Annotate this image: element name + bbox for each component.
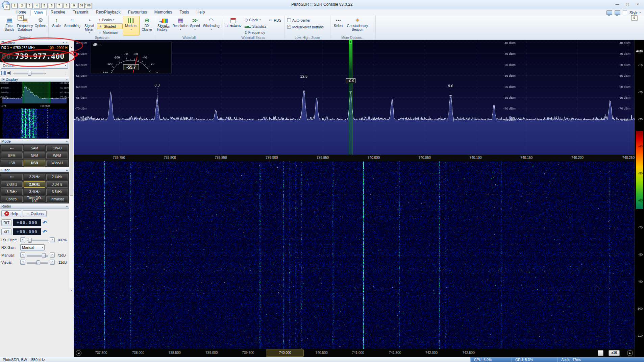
waterfall-panel[interactable]: [74, 161, 635, 349]
tab-memories[interactable]: Memories: [151, 9, 176, 16]
filter-button-tune-qo-100[interactable]: Tune QO-100: [24, 196, 45, 202]
filter-button-2-6khz[interactable]: 2.6kHz: [1, 181, 23, 188]
options-button[interactable]: ⚙ Options: [33, 16, 48, 35]
mouse-over-buttons-checkbox[interactable]: ✓ Mouse-over buttons: [286, 24, 328, 30]
manual-gain-decrease-button[interactable]: <: [20, 252, 25, 258]
document-icon[interactable]: [623, 10, 627, 15]
rx-selector-bar[interactable]: RX 1 ▼ 9750.252 MHz 100 - 2900 H: [0, 45, 69, 50]
filter-button-3-4khz[interactable]: 3.4kHz: [24, 189, 45, 195]
monitor-icon-2[interactable]: [615, 10, 620, 15]
style-menu[interactable]: Style ▾: [629, 10, 641, 15]
visual-gain-slider[interactable]: [27, 260, 48, 265]
scrollbar-down-icon[interactable]: ▼: [69, 288, 74, 292]
receive-close-icon[interactable]: ×: [66, 41, 68, 44]
manual-gain-slider[interactable]: [27, 253, 48, 258]
volume-slider[interactable]: [14, 71, 46, 75]
mode-button-lsb[interactable]: LSB: [1, 160, 23, 166]
colour-button[interactable]: Colour ▾: [157, 16, 173, 35]
mode-button-wide-u[interactable]: Wide-U: [46, 160, 68, 166]
filter-button-2-4khz[interactable]: 2.4kHz: [46, 174, 68, 180]
marker-label[interactable]: 12.5: [300, 74, 307, 78]
timestamp-button[interactable]: Timestamp: [223, 16, 243, 35]
maximize-button-icon[interactable]: ▢: [622, 0, 633, 8]
filter-button-more[interactable]: •••: [1, 174, 23, 180]
mode-collapse-icon[interactable]: ▴: [66, 140, 68, 143]
xit-value-field[interactable]: +00.000: [13, 228, 41, 235]
radio-collapse-icon[interactable]: ▴: [66, 204, 68, 208]
receive-panel-header[interactable]: Receive ▾ ×: [0, 40, 69, 45]
rx-dropdown-icon[interactable]: ▼: [10, 47, 12, 49]
windowing-button[interactable]: ◠ Windowing ▾: [202, 16, 221, 35]
marker-label[interactable]: 8.3: [154, 83, 159, 87]
if-waterfall-canvas[interactable]: [2, 108, 67, 138]
radio-help-button[interactable]: Help: [1, 210, 21, 217]
xit-reset-icon[interactable]: ↶: [43, 229, 47, 235]
waterfall-canvas[interactable]: [74, 161, 635, 349]
tab-receive[interactable]: Receive: [47, 9, 69, 16]
scroll-right-button[interactable]: ▶: [627, 350, 633, 356]
filter-button-2-8khz[interactable]: 2.8kHz: [24, 181, 45, 188]
radio-options-button[interactable]: ••• Options: [23, 210, 47, 217]
mode-panel-header[interactable]: Mode ▴: [0, 139, 69, 144]
if-passband[interactable]: [22, 82, 50, 103]
mode-button-wfm[interactable]: WFM: [46, 152, 68, 159]
tab-favourites[interactable]: Favourites: [125, 9, 150, 16]
waterfall-page-button[interactable]: [598, 350, 603, 356]
close-button-icon[interactable]: ×: [633, 0, 643, 8]
rx-filter-decrease-button[interactable]: <: [20, 237, 25, 242]
waterfall-palette-gradient[interactable]: [636, 131, 643, 209]
mode-button-sam[interactable]: SAM: [24, 145, 45, 151]
if-display-collapse-icon[interactable]: ▴: [66, 78, 68, 81]
mode-button-more[interactable]: •••: [1, 145, 23, 151]
speaker-icon[interactable]: [7, 71, 12, 75]
tab-tools[interactable]: Tools: [176, 9, 193, 16]
extra-bands-button[interactable]: ▦ Extra Bands: [2, 16, 17, 35]
smoothing-button[interactable]: ≈ Smoothing: [63, 16, 81, 35]
if-display-panel-header[interactable]: IF Display ▴: [0, 77, 69, 82]
filter-panel-header[interactable]: Filter ▴: [0, 167, 69, 172]
geostationary-beacon-button[interactable]: ✦ Geostationary Beacon: [346, 16, 369, 35]
xit-button[interactable]: XIT: [1, 228, 11, 235]
markers-button[interactable]: Markers ▾: [123, 16, 140, 35]
mode-button-bfm[interactable]: BFM: [1, 152, 23, 159]
waterfall-zoom-button[interactable]: x10: [609, 350, 620, 356]
minimize-button-icon[interactable]: —: [612, 0, 622, 8]
rx-gain-select[interactable]: Manual ▾: [20, 244, 45, 250]
rds-button[interactable]: ▭ RDS: [267, 17, 282, 23]
monitor-icon[interactable]: [606, 10, 612, 15]
mode-button-nfm[interactable]: NFM: [24, 152, 45, 159]
if-waterfall[interactable]: [0, 108, 69, 139]
sidebar-scrollbar[interactable]: ▲ ▼: [69, 45, 74, 292]
filter-button-2-2khz[interactable]: 2.2kHz: [24, 174, 45, 180]
marker-label[interactable]: 10.9: [346, 78, 355, 83]
rit-value-field[interactable]: +00.000: [13, 219, 41, 226]
rit-reset-icon[interactable]: ↶: [43, 220, 47, 226]
filter-button-control[interactable]: Control: [1, 196, 23, 202]
maximum-button[interactable]: ∩ Maximum: [97, 29, 123, 35]
signal-meter-button[interactable]: ◔ Signal Meter ▾: [81, 16, 97, 35]
preset-select[interactable]: Default ▾: [1, 63, 68, 69]
rit-button[interactable]: RIT: [1, 219, 11, 226]
scrollbar-thumb[interactable]: [70, 50, 73, 196]
visual-gain-decrease-button[interactable]: <: [20, 260, 25, 265]
levels-icon[interactable]: [1, 71, 6, 75]
clock-button[interactable]: ◷ Clock ▾: [243, 17, 267, 23]
manual-gain-increase-button[interactable]: >: [50, 252, 55, 258]
spectrum-frequency-axis[interactable]: 739.750739.800739.850739.900739.950740.0…: [74, 154, 635, 161]
auto-center-checkbox[interactable]: Auto center: [286, 17, 328, 23]
filter-button-3-2khz[interactable]: 3.2kHz: [1, 189, 23, 195]
tab-home[interactable]: Home: [12, 9, 30, 16]
marker-label[interactable]: 9.6: [448, 84, 453, 88]
tab-rec-playback[interactable]: Rec/Playback: [92, 9, 124, 16]
radio-panel-header[interactable]: Radio ▴: [0, 203, 69, 209]
statistics-button[interactable]: ▃▅▂ Statistics: [243, 23, 267, 29]
filter-button-3-6khz[interactable]: 3.6kHz: [46, 189, 68, 195]
scroll-left-button[interactable]: ◀: [76, 350, 81, 356]
rx-filter-slider[interactable]: [27, 238, 48, 242]
frequency-display[interactable]: 00.739.977.400: [0, 50, 69, 62]
tab-transmit[interactable]: Transmit: [69, 9, 92, 16]
scrollbar-up-icon[interactable]: ▲: [69, 45, 74, 49]
shaded-button[interactable]: ▲ Shaded: [97, 23, 123, 29]
visual-gain-increase-button[interactable]: >: [50, 260, 55, 265]
receive-dropdown-icon[interactable]: ▾: [63, 41, 64, 44]
